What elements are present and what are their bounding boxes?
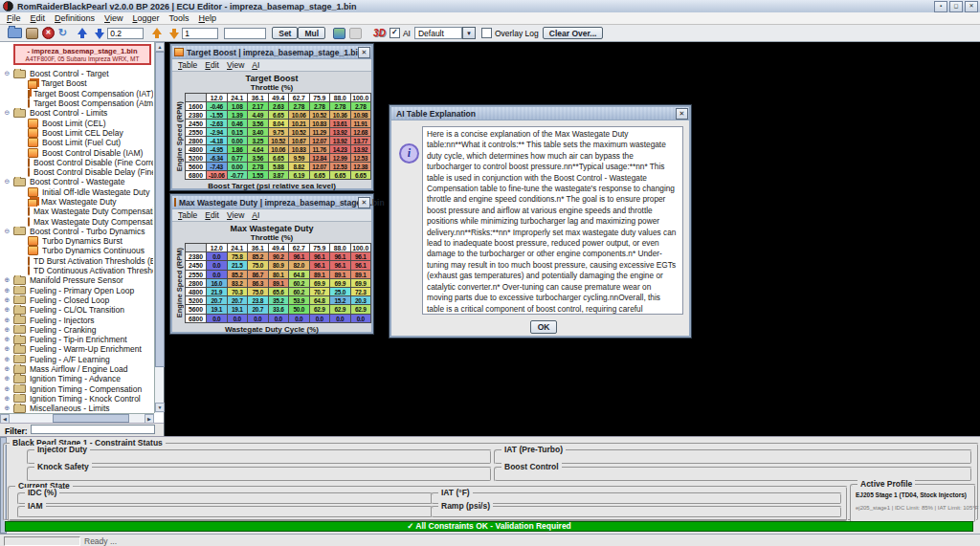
table-cell[interactable]: 1.08 (228, 102, 249, 111)
table-cell[interactable]: 80.1 (269, 271, 290, 279)
table-cell[interactable]: -10.06 (207, 171, 228, 180)
table-cell[interactable]: 89.1 (310, 271, 331, 279)
table-cell[interactable]: 82.0 (289, 261, 310, 270)
tree-item[interactable]: Boost Limit CEL Delay (0, 128, 153, 138)
table-cell[interactable]: 6.65 (310, 171, 331, 180)
tree-expand-icon[interactable]: ⊕ (3, 385, 11, 393)
table-cell[interactable]: 53.9 (289, 296, 310, 305)
tree-expand-icon[interactable]: ⊕ (3, 276, 11, 284)
table-cell[interactable]: 62.9 (310, 305, 331, 314)
tree-item[interactable]: ⊕Fueling - Cranking (0, 325, 153, 335)
tree-item[interactable]: TD Continuous Activation Thresholds (Boo… (0, 266, 153, 275)
menu-item-edit[interactable]: Edit (201, 60, 223, 70)
tree-item[interactable]: ⊕Miscellaneous - Limits (0, 404, 153, 413)
window-titlebar[interactable]: RomRaiderBlackPearl v2.0.0 BP 2026 | ECU… (0, 0, 980, 13)
decrement-fine-icon[interactable] (93, 28, 105, 39)
tree-item[interactable]: Boost Control Disable Delay (Fine Correc… (0, 167, 153, 177)
table-cell[interactable]: 12.38 (351, 163, 372, 171)
table-cell[interactable]: 0.0 (207, 252, 228, 261)
tree-item[interactable]: ⊕Fueling - A/F Learning (0, 355, 153, 364)
menu-item-help[interactable]: Help (194, 13, 222, 23)
table-cell[interactable]: 85.2 (248, 252, 269, 261)
tree-item[interactable]: ⊕Fueling - Injectors (0, 315, 153, 324)
tree-expand-icon[interactable]: ⊕ (3, 365, 11, 373)
tree-item[interactable]: Target Boost (0, 78, 153, 88)
tree-item[interactable]: Max Wastegate Duty Compensation (Atm. Pr… (0, 216, 153, 226)
tree-item[interactable]: Target Boost Compensation (Atm. Pressure… (0, 98, 153, 108)
selected-rom-node[interactable]: - impreza_basemap_stage_1.bin A4TF800F, … (13, 44, 151, 65)
table-cell[interactable]: 0.46 (228, 120, 249, 128)
table-cell[interactable]: 96.1 (351, 252, 372, 261)
tree-item[interactable]: Target Boost Compensation (IAT) (0, 89, 153, 98)
table-cell[interactable]: 0.00 (228, 163, 249, 171)
close-icon[interactable]: ✕ (358, 197, 370, 208)
tree-collapse-icon[interactable]: ⊖ (3, 178, 11, 186)
profile-select-arrow-icon[interactable]: ▼ (462, 27, 476, 39)
table-cell[interactable]: -4.95 (207, 145, 228, 154)
table-cell[interactable]: 20.7 (207, 296, 228, 305)
tree-item[interactable]: ⊕Ignition Timing - Compensation (0, 384, 153, 394)
table-cell[interactable]: 12.07 (310, 137, 331, 145)
table-cell[interactable]: 3.25 (248, 137, 269, 145)
open-rom-icon[interactable] (8, 28, 22, 38)
table-cell[interactable]: 89.1 (351, 271, 372, 279)
tree-expand-icon[interactable]: ⊕ (3, 356, 11, 363)
increment-fine-icon[interactable] (77, 28, 89, 39)
tree-item[interactable]: ⊖Boost Control - Wastegate (0, 177, 153, 186)
table-cell[interactable]: 70.3 (228, 288, 249, 296)
tree-expand-icon[interactable]: ⊕ (3, 395, 11, 403)
scroll-down-icon[interactable]: ▼ (155, 403, 165, 412)
table-cell[interactable]: 10.83 (310, 120, 331, 128)
tree-item[interactable]: ⊕Ignition Timing - Advance (0, 374, 153, 383)
tree-item[interactable]: Turbo Dynamics Burst (0, 236, 153, 246)
table-cell[interactable]: 69.9 (310, 279, 331, 288)
table-cell[interactable]: 0.0 (330, 315, 351, 323)
table-cell[interactable]: 11.76 (310, 145, 331, 154)
tree-item[interactable]: Boost Control Disable (Fine Correction) (0, 158, 153, 167)
ok-button[interactable]: OK (530, 320, 557, 334)
tree-item[interactable]: ⊕Fueling - Primary Open Loop (0, 286, 153, 295)
table-cell[interactable]: 21.5 (228, 261, 249, 270)
tree-expand-icon[interactable]: ⊕ (3, 336, 11, 343)
menu-item-tools[interactable]: Tools (164, 13, 193, 23)
table-cell[interactable]: 2.63 (269, 102, 290, 111)
tree-vertical-scrollbar[interactable]: ▲ ▼ (154, 42, 164, 413)
table-cell[interactable]: 0.0 (228, 315, 249, 323)
tree-expand-icon[interactable]: ⊕ (3, 287, 11, 295)
table-cell[interactable]: 0.0 (207, 261, 228, 270)
table-cell[interactable]: 16.0 (207, 279, 228, 288)
table-cell[interactable]: 13.61 (330, 120, 351, 128)
table-cell[interactable]: 0.0 (207, 315, 228, 323)
increment-coarse-icon[interactable] (151, 28, 164, 39)
table-cell[interactable]: 96.1 (310, 261, 331, 270)
table-cell[interactable]: 21.9 (207, 288, 228, 296)
menu-item-view[interactable]: View (223, 210, 248, 220)
tree-horizontal-scrollbar[interactable]: ◀ ▶ (0, 413, 154, 423)
menu-item-definitions[interactable]: Definitions (50, 13, 100, 23)
table-cell[interactable]: 2.78 (330, 102, 351, 111)
table-cell[interactable]: 9.59 (289, 154, 310, 163)
table-cell[interactable]: 2.78 (351, 102, 372, 111)
tree-item[interactable]: ⊖Boost Control - Target (0, 69, 153, 78)
table-cell[interactable]: 11.29 (310, 128, 331, 137)
table-cell[interactable]: 5.88 (269, 163, 290, 171)
table-cell[interactable]: 2.78 (248, 163, 269, 171)
table-cell[interactable]: 25.0 (330, 288, 351, 296)
table-cell[interactable]: 4.64 (248, 145, 269, 154)
table-cell[interactable]: 3.56 (248, 120, 269, 128)
tree-item[interactable]: Max Wastegate Duty Compensation (IAT) (0, 207, 153, 216)
table-cell[interactable]: 9.75 (269, 128, 290, 137)
table-cell[interactable]: 6.65 (269, 111, 290, 120)
table-cell[interactable]: 0.0 (269, 315, 290, 323)
table-cell[interactable]: 0.77 (228, 154, 249, 163)
coarse-increment-input[interactable] (182, 28, 218, 39)
table-cell[interactable]: 1.39 (228, 111, 249, 120)
table-cell[interactable]: 23.8 (248, 296, 269, 305)
max-wastegate-titlebar[interactable]: Max Wastegate Duty | impreza_basemap_sta… (172, 196, 371, 209)
table-cell[interactable]: 83.2 (228, 279, 249, 288)
refresh-icon[interactable]: ↻ (58, 28, 67, 38)
target-boost-titlebar[interactable]: Target Boost | impreza_basemap_stage_1.b… (172, 46, 371, 59)
table-cell[interactable]: 13.92 (330, 137, 351, 145)
table-cell[interactable]: -2.94 (207, 128, 228, 137)
scroll-up-icon[interactable]: ▲ (155, 42, 165, 52)
